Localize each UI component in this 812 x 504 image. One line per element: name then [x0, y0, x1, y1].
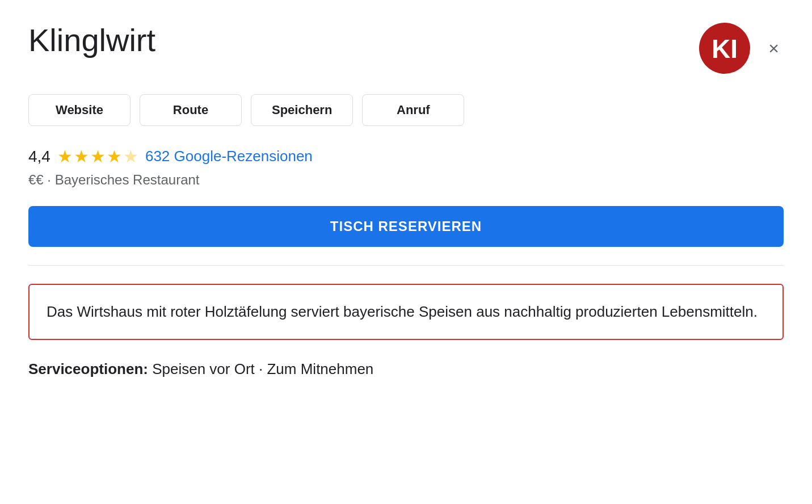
description-text: Das Wirtshaus mit roter Holztäfelung ser… [47, 301, 765, 323]
route-button[interactable]: Route [140, 94, 242, 126]
website-button[interactable]: Website [28, 94, 131, 126]
section-divider [28, 265, 784, 266]
star-5: ★ [123, 146, 138, 166]
service-options-value: Speisen vor Ort · Zum Mitnehmen [152, 360, 373, 377]
star-3: ★ [90, 146, 106, 166]
close-button[interactable]: × [764, 37, 784, 60]
category-line: €€ · Bayerisches Restaurant [28, 172, 784, 188]
star-1: ★ [57, 146, 73, 166]
reserve-table-button[interactable]: TISCH RESERVIEREN [28, 206, 784, 247]
header-right: KI × [699, 23, 784, 74]
action-buttons: Website Route Speichern Anruf [28, 94, 784, 126]
star-2: ★ [74, 146, 89, 166]
service-options-label: Serviceoptionen: [28, 360, 148, 377]
call-button[interactable]: Anruf [362, 94, 464, 126]
save-button[interactable]: Speichern [251, 94, 353, 126]
service-options: Serviceoptionen: Speisen vor Ort · Zum M… [28, 360, 784, 378]
header: Klinglwirt KI × [28, 23, 784, 74]
description-box: Das Wirtshaus mit roter Holztäfelung ser… [28, 284, 784, 340]
ki-logo: KI [699, 23, 750, 74]
rating-score: 4,4 [28, 148, 51, 166]
svg-text:KI: KI [712, 34, 738, 64]
reviews-link[interactable]: 632 Google-Rezensionen [145, 148, 313, 165]
stars: ★ ★ ★ ★ ★ [57, 146, 138, 166]
rating-section: 4,4 ★ ★ ★ ★ ★ 632 Google-Rezensionen [28, 146, 784, 166]
place-title: Klinglwirt [28, 23, 155, 58]
star-4: ★ [107, 146, 122, 166]
